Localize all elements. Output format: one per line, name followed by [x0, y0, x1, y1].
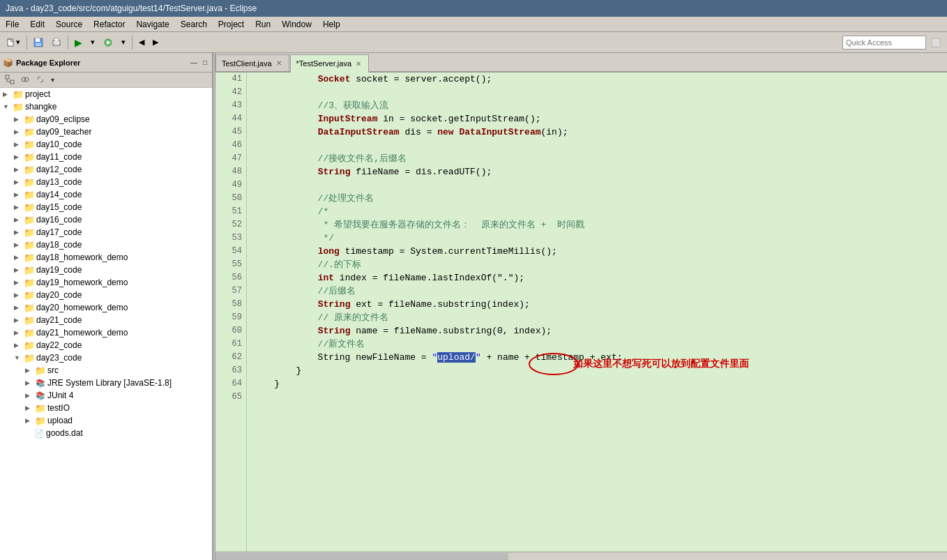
tree-item[interactable]: ▶📁upload [0, 414, 212, 427]
code-content[interactable]: Socket socket = server.accept(); //3、获取输… [247, 73, 947, 552]
tree-item[interactable]: ▶📁day16_code [0, 213, 212, 226]
panel-maximize-btn[interactable]: □ [201, 58, 209, 67]
quick-access-bar[interactable] [842, 36, 926, 50]
tree-item-label: day14_code [36, 190, 82, 199]
tree-item[interactable]: ▼📁shangke [0, 100, 212, 113]
tree-arrow: ▶ [25, 404, 33, 411]
tab-testclient[interactable]: TestClient.java ✕ [215, 54, 289, 71]
editor-panel: TestClient.java ✕ *TestServer.java ✕ 414… [215, 53, 947, 560]
code-editor[interactable]: 4142434445464748495051525354555657585960… [215, 73, 947, 552]
tree-item[interactable]: ▶📁day22_code [0, 339, 212, 351]
code-line: String fileName = dis.readUTF(); [252, 165, 941, 179]
menu-navigate[interactable]: Navigate [130, 18, 174, 31]
toolbar-debug-arrow[interactable]: ▾ [118, 35, 129, 50]
collapse-all-btn[interactable] [3, 74, 17, 86]
quick-access-input[interactable] [846, 38, 916, 47]
tree-item[interactable]: ▶📁day18_homework_demo [0, 251, 212, 264]
folder-icon: 📁 [13, 89, 24, 100]
sync-btn[interactable] [33, 74, 47, 86]
tree-item[interactable]: ▶📁day18_code [0, 239, 212, 251]
tree-item[interactable]: ▶📚JRE System Library [JavaSE-1.8] [0, 377, 212, 389]
folder-icon: 📁 [24, 227, 35, 238]
folder-icon: 📁 [24, 352, 35, 363]
tree-toolbar: ▾ [0, 73, 212, 88]
menu-file[interactable]: File [0, 18, 24, 31]
tree-item-label: day22_code [36, 340, 82, 350]
tree-item[interactable]: ▶📁day09_eclipse [0, 113, 212, 126]
tree-item[interactable]: ▶📁day13_code [0, 176, 212, 188]
toolbar-print-btn[interactable] [48, 35, 65, 50]
tree-item[interactable]: ▶📁day15_code [0, 201, 212, 213]
code-line [252, 179, 941, 192]
tree-item[interactable]: ▶📁day14_code [0, 188, 212, 201]
tree-item[interactable]: ▼📁day23_code [0, 351, 212, 364]
folder-icon: 📁 [24, 315, 35, 326]
tree-item[interactable]: ▶📚JUnit 4 [0, 389, 212, 402]
tree-item[interactable]: ▶📁day09_teacher [0, 126, 212, 138]
package-explorer-icon: 📦 [3, 58, 13, 68]
tree-item[interactable]: ▶📁day21_homework_demo [0, 326, 212, 339]
code-line: DataInputStream dis = new DataInputStrea… [252, 126, 941, 139]
tree-arrow: ▶ [14, 216, 22, 223]
toolbar-perspectives-btn[interactable] [927, 35, 944, 50]
tab-testserver[interactable]: *TestServer.java ✕ [290, 54, 369, 73]
line-number: 60 [218, 324, 242, 338]
tree-item[interactable]: ▶📁project [0, 88, 212, 100]
tab-testserver-close[interactable]: ✕ [354, 60, 363, 68]
menu-search[interactable]: Search [175, 18, 213, 31]
folder-icon: 📁 [24, 277, 35, 288]
menu-window[interactable]: Window [276, 18, 317, 31]
code-line: String ext = fileName.substring(index); [252, 298, 941, 311]
tree-area[interactable]: ▶📁project▼📁shangke▶📁day09_eclipse▶📁day09… [0, 88, 212, 560]
line-number: 58 [218, 298, 242, 311]
menu-help[interactable]: Help [317, 18, 346, 31]
folder-icon: 📁 [24, 239, 35, 250]
menu-refactor[interactable]: Refactor [88, 18, 130, 31]
panel-minimize-btn[interactable]: — [188, 58, 199, 67]
tree-item[interactable]: ▶📁day10_code [0, 138, 212, 151]
line-number: 61 [218, 338, 242, 351]
svg-rect-9 [54, 43, 59, 45]
toolbar-forward-btn[interactable]: ▶ [149, 35, 162, 50]
code-line: // 原来的文件名 [252, 311, 941, 324]
menu-project[interactable]: Project [213, 18, 250, 31]
tree-item[interactable]: ▶📁day21_code [0, 314, 212, 326]
tree-arrow: ▶ [14, 128, 22, 135]
view-menu-btn[interactable]: ▾ [49, 75, 56, 84]
folder-icon: 📁 [24, 139, 35, 150]
line-number: 65 [218, 391, 242, 404]
toolbar-run-arrow[interactable]: ▾ [87, 35, 98, 50]
link-editor-btn[interactable] [18, 74, 32, 86]
code-line: InputStream in = socket.getInputStream()… [252, 112, 941, 126]
line-number: 49 [218, 179, 242, 192]
toolbar-new-btn[interactable]: ▾ [3, 35, 24, 50]
tree-arrow: ▶ [14, 229, 22, 236]
tree-item[interactable]: ▶📁day11_code [0, 151, 212, 163]
toolbar-save-btn[interactable] [30, 35, 47, 50]
tree-item[interactable]: ▶📁day20_code [0, 289, 212, 301]
tree-item-label: day21_homework_demo [36, 328, 128, 338]
line-number: 53 [218, 232, 242, 245]
tree-item[interactable]: ▶📁src [0, 364, 212, 377]
menu-source[interactable]: Source [50, 18, 88, 31]
menu-edit[interactable]: Edit [24, 18, 50, 31]
tree-arrow: ▶ [25, 392, 33, 399]
code-line: * 希望我要在服务器存储的文件名： 原来的文件名 + 时间戳 [252, 218, 941, 232]
menu-run[interactable]: Run [250, 18, 276, 31]
line-number: 46 [218, 139, 242, 152]
toolbar-debug-btn[interactable] [100, 35, 116, 50]
toolbar-new-arrow[interactable]: ▾ [16, 38, 20, 47]
tree-item[interactable]: ▶📁day17_code [0, 226, 212, 239]
line-number: 56 [218, 271, 242, 285]
tree-item[interactable]: ▶📁day20_homework_demo [0, 301, 212, 314]
tree-item[interactable]: ▶📁testIO [0, 402, 212, 414]
tab-testclient-close[interactable]: ✕ [275, 59, 283, 67]
toolbar-run-btn[interactable]: ▶ [71, 35, 86, 50]
tree-item[interactable]: ▶📁day19_code [0, 264, 212, 276]
tree-arrow: ▶ [3, 91, 11, 98]
tree-item[interactable]: 📄goods.dat [0, 427, 212, 439]
tree-item[interactable]: ▶📁day12_code [0, 163, 212, 176]
tree-item[interactable]: ▶📁day19_homework_demo [0, 276, 212, 289]
panel-title: Package Explorer [16, 59, 188, 67]
toolbar-back-btn[interactable]: ◀ [135, 35, 148, 50]
